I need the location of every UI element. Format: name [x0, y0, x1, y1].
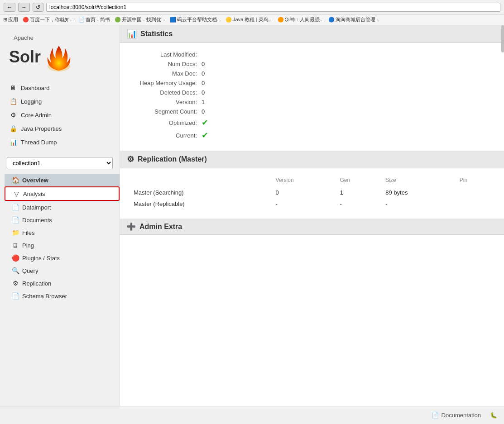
thread-dump-label: Thread Dump [21, 139, 57, 146]
sidebar-item-dashboard[interactable]: 🖥 Dashboard [0, 81, 120, 95]
bookmark-taotao[interactable]: 🔵 淘淘商城后台管理... [327, 16, 381, 24]
admin-extra-icon: ➕ [127, 222, 136, 231]
solr-logo: Solr [9, 41, 110, 73]
replication-title: Replication (Master) [138, 155, 207, 163]
stat-heap-memory: Heap Memory Usage: 0 [129, 78, 495, 88]
bookmark-qi[interactable]: 🟠 Qi神：人间最强... [276, 16, 325, 24]
dataimport-icon: 📄 [11, 203, 19, 211]
forward-button[interactable]: → [18, 3, 30, 12]
stat-label-deleted-docs: Deleted Docs: [129, 89, 202, 96]
row2-pin [455, 198, 495, 210]
core-admin-icon: ⚙ [9, 111, 17, 119]
sub-nav: 🏠 Overview ➤ ▽ Analysis 📄 Dataimport 📄 D… [0, 174, 120, 302]
overview-label: Overview [22, 177, 48, 184]
sub-nav-item-overview[interactable]: 🏠 Overview ➤ [5, 174, 120, 186]
row1-pin [455, 187, 495, 198]
row1-name: Master (Searching) [129, 187, 271, 198]
statistics-table: Last Modified: Num Docs: 0 Max Doc: 0 He… [120, 43, 504, 148]
row2-size: - [381, 198, 455, 210]
replication-section-icon: ⚙ [127, 154, 134, 164]
stat-value-num-docs: 0 [202, 61, 205, 67]
stat-optimized: Optimized: ✔ [129, 116, 495, 129]
replication-label: Replication [22, 280, 51, 287]
app-wrapper: Apache Solr [0, 25, 504, 424]
bookmark-java[interactable]: 🟡 Java 教程 | 菜鸟... [224, 16, 274, 24]
stat-label-heap-memory: Heap Memory Usage: [129, 80, 202, 86]
collection-selector: collection1 [7, 157, 113, 169]
sub-nav-item-schema-browser[interactable]: 📄 Schema Browser [5, 290, 120, 302]
stat-deleted-docs: Deleted Docs: 0 [129, 88, 495, 97]
analysis-label: Analysis [23, 191, 45, 197]
scrollbar[interactable] [501, 25, 504, 52]
sub-nav-item-files[interactable]: 📁 Files [5, 226, 120, 239]
bookmark-jianshu[interactable]: 📄 首页 - 简书 [77, 16, 111, 24]
stat-segment-count: Segment Count: 0 [129, 107, 495, 116]
query-icon: 🔍 [11, 267, 19, 275]
apache-text: Apache [14, 34, 110, 41]
sidebar-item-core-admin[interactable]: ⚙ Core Admin [0, 108, 120, 122]
col-version: Version [271, 175, 336, 187]
java-properties-icon: 🔒 [9, 124, 17, 133]
back-button[interactable]: ← [4, 3, 15, 12]
plugins-icon: 🔴 [11, 254, 19, 262]
bug-report-link[interactable]: 🐛 [490, 412, 497, 419]
main-nav: 🖥 Dashboard 📋 Logging ⚙ Core Admin 🔒 Jav… [0, 77, 120, 152]
bookmark-mayun[interactable]: 🟦 码云平台帮助文档... [168, 16, 222, 24]
sidebar: Apache Solr [0, 25, 120, 424]
sub-nav-item-dataimport[interactable]: 📄 Dataimport [5, 201, 120, 214]
documentation-link[interactable]: 📄 Documentation [432, 412, 481, 419]
sub-nav-item-analysis[interactable]: ▽ Analysis [5, 186, 120, 201]
sub-nav-item-plugins-stats[interactable]: 🔴 Plugins / Stats [5, 252, 120, 264]
replication-header: ⚙ Replication (Master) [120, 151, 504, 168]
browser-chrome: ← → ↺ [0, 0, 504, 14]
solr-flame-icon [43, 41, 75, 73]
sub-nav-item-replication[interactable]: ⚙ Replication [5, 277, 120, 290]
stat-label-last-modified: Last Modified: [129, 51, 202, 58]
statistics-title: Statistics [140, 30, 173, 38]
sidebar-item-logging[interactable]: 📋 Logging [0, 95, 120, 108]
sub-nav-item-ping[interactable]: 🖥 Ping [5, 239, 120, 252]
query-label: Query [22, 267, 38, 274]
logging-icon: 📋 [9, 97, 17, 105]
dashboard-label: Dashboard [21, 85, 50, 91]
sub-nav-item-query[interactable]: 🔍 Query [5, 264, 120, 277]
sidebar-item-java-properties[interactable]: 🔒 Java Properties [0, 122, 120, 135]
ping-icon: 🖥 [11, 241, 19, 249]
row2-gen: - [335, 198, 381, 210]
main-content: 📊 Statistics Last Modified: Num Docs: 0 … [120, 25, 504, 424]
thread-dump-icon: 📊 [9, 138, 17, 146]
stat-label-segment-count: Segment Count: [129, 108, 202, 115]
row1-size: 89 bytes [381, 187, 455, 198]
col-pin: Pin [455, 175, 495, 187]
sidebar-item-thread-dump[interactable]: 📊 Thread Dump [0, 135, 120, 149]
address-bar[interactable] [46, 3, 500, 12]
stat-label-version: Version: [129, 99, 202, 105]
stat-current: Current: ✔ [129, 129, 495, 142]
dataimport-label: Dataimport [22, 204, 51, 211]
sub-nav-item-documents[interactable]: 📄 Documents [5, 214, 120, 226]
core-admin-label: Core Admin [21, 112, 52, 119]
stat-last-modified: Last Modified: [129, 50, 495, 59]
collection-select[interactable]: collection1 [7, 157, 113, 169]
replication-icon: ⚙ [11, 279, 19, 287]
table-row: Master (Replicable) - - - [129, 198, 495, 210]
col-name [129, 175, 271, 187]
refresh-button[interactable]: ↺ [33, 3, 43, 12]
stat-label-max-doc: Max Doc: [129, 70, 202, 77]
bookmark-apps[interactable]: ⊞ 应用 [2, 16, 19, 24]
replication-grid: Version Gen Size Pin Master (Searching) … [129, 175, 495, 210]
documents-label: Documents [22, 217, 52, 224]
replication-section: ⚙ Replication (Master) Version Gen Size … [120, 151, 504, 216]
row1-version: 0 [271, 187, 336, 198]
stat-label-current: Current: [129, 132, 202, 139]
footer-bar: 📄 Documentation 🐛 [0, 406, 504, 424]
analysis-icon: ▽ [12, 190, 20, 198]
col-size: Size [381, 175, 455, 187]
documents-icon: 📄 [11, 216, 19, 224]
statistics-header: 📊 Statistics [120, 25, 504, 43]
bug-icon: 🐛 [490, 412, 497, 419]
bookmark-oschina[interactable]: 🟢 开源中国 - 找到优... [113, 16, 167, 24]
col-gen: Gen [335, 175, 381, 187]
schema-browser-icon: 📄 [11, 292, 19, 300]
bookmark-baidu[interactable]: 🔴 百度一下，你就知... [21, 16, 75, 24]
